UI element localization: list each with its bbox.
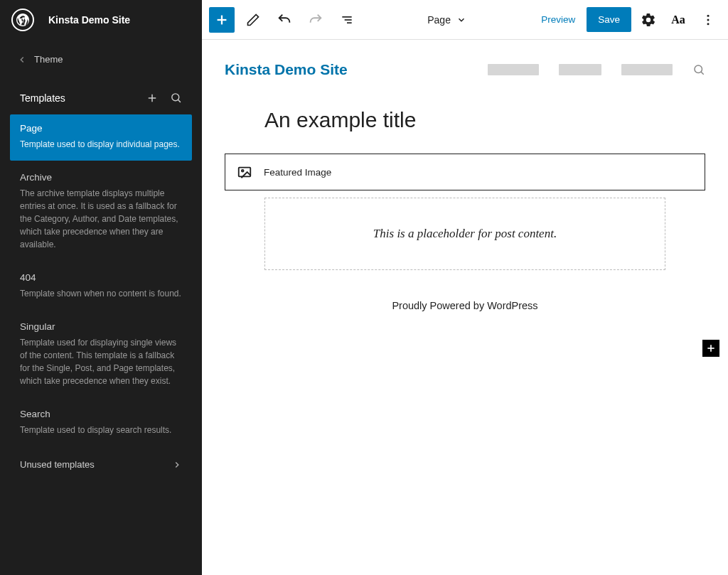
template-desc: Template shown when no content is found. xyxy=(20,287,182,300)
add-block-button[interactable] xyxy=(209,7,235,33)
sidebar: Kinsta Demo Site Theme Templates Page Te… xyxy=(0,0,202,575)
template-desc: Template used for displaying single view… xyxy=(20,336,182,387)
templates-section-header: Templates xyxy=(0,82,202,114)
template-item-page[interactable]: Page Template used to display individual… xyxy=(10,114,192,161)
more-menu-button[interactable] xyxy=(695,7,721,33)
typography-button[interactable]: Aa xyxy=(665,14,691,26)
template-item-search[interactable]: Search Template used to display search r… xyxy=(10,400,192,446)
nav-item-placeholder[interactable] xyxy=(488,64,539,75)
plus-icon xyxy=(705,343,717,354)
template-desc: The archive template displays multiple e… xyxy=(20,187,182,251)
back-to-theme[interactable]: Theme xyxy=(0,40,202,82)
add-template-icon[interactable] xyxy=(146,92,159,104)
list-view-icon xyxy=(340,13,354,27)
undo-button[interactable] xyxy=(272,7,297,33)
svg-point-11 xyxy=(707,23,710,25)
search-templates-icon[interactable] xyxy=(170,92,182,104)
editor-toolbar: Page Preview Save Aa xyxy=(202,0,728,40)
chevron-right-icon xyxy=(172,460,182,470)
page-header-block[interactable]: Kinsta Demo Site xyxy=(225,57,705,97)
template-title: Singular xyxy=(20,321,182,332)
redo-icon xyxy=(308,12,323,28)
svg-line-13 xyxy=(701,72,704,75)
insert-block-fab[interactable] xyxy=(702,340,719,357)
template-item-singular[interactable]: Singular Template used for displaying si… xyxy=(10,313,192,397)
gear-icon xyxy=(641,12,656,28)
template-list: Page Template used to display individual… xyxy=(0,114,202,449)
sidebar-site-title[interactable]: Kinsta Demo Site xyxy=(48,14,130,26)
search-icon[interactable] xyxy=(692,63,705,76)
svg-point-9 xyxy=(707,14,710,16)
featured-image-icon xyxy=(237,164,252,180)
nav-item-placeholder[interactable] xyxy=(621,64,673,75)
template-title: Archive xyxy=(20,172,182,183)
template-title: Page xyxy=(20,123,182,134)
template-desc: Template used to display search results. xyxy=(20,424,182,436)
preview-button[interactable]: Preview xyxy=(534,9,582,31)
chevron-left-icon xyxy=(17,55,27,65)
list-view-button[interactable] xyxy=(334,7,360,33)
unused-templates[interactable]: Unused templates xyxy=(0,449,202,480)
back-label: Theme xyxy=(34,54,63,65)
svg-point-12 xyxy=(695,65,702,73)
editor-canvas[interactable]: Kinsta Demo Site An example title Featur… xyxy=(202,40,728,575)
svg-point-10 xyxy=(707,18,710,21)
svg-line-3 xyxy=(178,100,181,102)
templates-label: Templates xyxy=(20,92,65,104)
more-vertical-icon xyxy=(701,13,715,27)
nav-item-placeholder[interactable] xyxy=(559,64,601,75)
canvas-site-title[interactable]: Kinsta Demo Site xyxy=(225,61,348,78)
wordpress-logo-icon[interactable] xyxy=(11,9,34,31)
pencil-icon xyxy=(246,13,260,27)
edit-mode-button[interactable] xyxy=(240,7,266,33)
footer-text[interactable]: Proudly Powered by WordPress xyxy=(225,287,705,311)
navigation-placeholder[interactable] xyxy=(488,63,705,76)
document-type-label: Page xyxy=(427,14,451,26)
chevron-down-icon xyxy=(456,15,466,25)
post-title-block[interactable]: An example title xyxy=(225,97,705,154)
sidebar-header: Kinsta Demo Site xyxy=(0,0,202,40)
unused-templates-label: Unused templates xyxy=(20,459,95,470)
post-content-placeholder[interactable]: This is a placeholder for post content. xyxy=(264,198,665,270)
svg-point-15 xyxy=(242,170,244,172)
featured-image-label: Featured Image xyxy=(264,167,331,178)
template-title: Search xyxy=(20,409,182,419)
document-type-dropdown[interactable]: Page xyxy=(360,14,534,26)
undo-icon xyxy=(277,12,292,28)
main-area: Page Preview Save Aa Kinsta Demo Site xyxy=(202,0,728,575)
template-desc: Template used to display individual page… xyxy=(20,138,182,151)
template-item-404[interactable]: 404 Template shown when no content is fo… xyxy=(10,264,192,310)
featured-image-block[interactable]: Featured Image xyxy=(225,154,705,190)
settings-button[interactable] xyxy=(636,7,661,33)
template-item-archive[interactable]: Archive The archive template displays mu… xyxy=(10,163,192,261)
redo-button[interactable] xyxy=(303,7,328,33)
template-title: 404 xyxy=(20,272,182,283)
save-button[interactable]: Save xyxy=(587,7,631,32)
svg-point-2 xyxy=(172,94,179,101)
